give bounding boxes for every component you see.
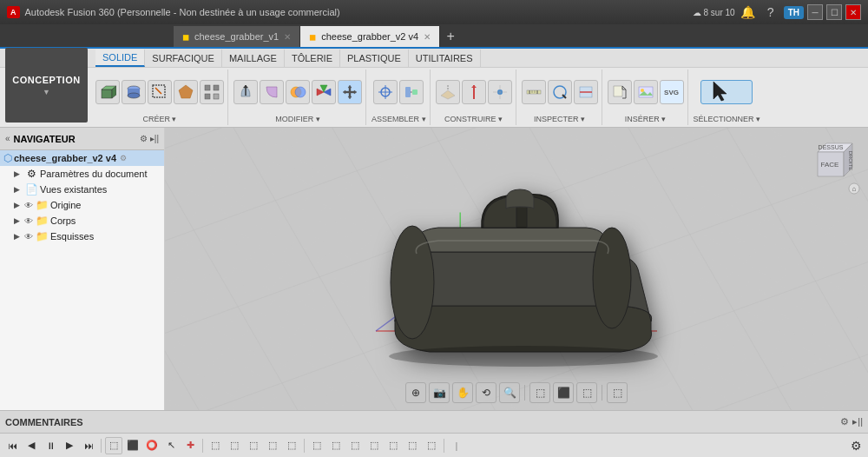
bottom-tool4-icon[interactable]: ⬚ bbox=[264, 437, 281, 454]
bottom-anim5-icon[interactable]: ⬚ bbox=[385, 437, 402, 454]
playback-end-icon[interactable]: ⏭ bbox=[80, 437, 97, 454]
bottom-anim3-icon[interactable]: ⬚ bbox=[346, 437, 364, 454]
viewport[interactable]: FACE DESSUS DROITE ⌂ ⊕ 📷 ✋ ⟲ 🔍 ⬚ ⬛ ⬚ bbox=[165, 128, 868, 410]
toolbar-tab-plastique[interactable]: PLASTIQUE bbox=[340, 50, 409, 67]
expand-arrow-params[interactable]: ▶ bbox=[14, 169, 23, 178]
bottom-settings-icon[interactable]: ⚙ bbox=[847, 437, 865, 454]
tab-close-2[interactable]: ✕ bbox=[424, 32, 431, 42]
create-box-icon[interactable] bbox=[95, 80, 120, 104]
tab-add-button[interactable]: + bbox=[440, 26, 461, 47]
assembler-joint-icon[interactable] bbox=[373, 80, 398, 104]
toolbar-tab-tolerie[interactable]: TÔLERIE bbox=[285, 50, 340, 67]
selectionner-label[interactable]: SÉLECTIONNER ▾ bbox=[694, 113, 761, 123]
playback-start-icon[interactable]: ⏮ bbox=[3, 437, 21, 454]
selectionner-cursor-icon[interactable] bbox=[700, 80, 753, 104]
create-pattern-icon[interactable] bbox=[200, 80, 224, 104]
close-button[interactable]: ✕ bbox=[845, 4, 861, 20]
nav-view3-icon[interactable]: ⬚ bbox=[576, 382, 597, 403]
nav-view2-icon[interactable]: ⬛ bbox=[553, 382, 574, 403]
modifier-scale-icon[interactable] bbox=[312, 80, 336, 104]
modifier-move-icon[interactable] bbox=[338, 80, 362, 104]
nav-zoom-icon[interactable]: 🔍 bbox=[499, 382, 520, 403]
minimize-button[interactable]: ─ bbox=[807, 4, 823, 20]
modifier-press-pull-icon[interactable] bbox=[233, 80, 258, 104]
3d-model[interactable] bbox=[165, 128, 868, 410]
conception-button[interactable]: CONCEPTION ▼ bbox=[5, 48, 88, 123]
inspecter-analysis-icon[interactable] bbox=[548, 80, 572, 104]
modifier-fillet-icon[interactable] bbox=[260, 80, 284, 104]
comments-collapse-icon[interactable]: ▸|| bbox=[852, 416, 863, 427]
inserer-image-icon[interactable] bbox=[634, 80, 658, 104]
tree-item-corps[interactable]: ▶ 👁 📁 Corps bbox=[0, 213, 164, 228]
create-cylinder-icon[interactable] bbox=[122, 80, 146, 104]
inserer-insert-icon[interactable] bbox=[608, 80, 632, 104]
modifier-label[interactable]: MODIFIER ▾ bbox=[275, 113, 320, 123]
bottom-circle-icon[interactable]: ⭕ bbox=[143, 437, 161, 454]
notifications-icon[interactable]: 🔔 bbox=[739, 3, 758, 22]
tree-item-vues[interactable]: ▶ 📄 Vues existantes bbox=[0, 182, 164, 197]
inserer-svg-icon[interactable]: SVG bbox=[660, 80, 684, 104]
assembler-label[interactable]: ASSEMBLER ▾ bbox=[372, 113, 426, 123]
inspecter-label[interactable]: INSPECTER ▾ bbox=[534, 113, 585, 123]
bottom-cross-icon[interactable]: ✚ bbox=[181, 437, 199, 454]
bottom-cursor-icon[interactable]: ↖ bbox=[162, 437, 180, 454]
tree-item-origine[interactable]: ▶ 👁 📁 Origine bbox=[0, 197, 164, 213]
inserer-label[interactable]: INSÉRER ▾ bbox=[625, 113, 667, 123]
bottom-tool3-icon[interactable]: ⬚ bbox=[245, 437, 262, 454]
create-sketch-icon[interactable] bbox=[148, 80, 172, 104]
comments-settings-icon[interactable]: ⚙ bbox=[840, 416, 849, 427]
expand-arrow-vues[interactable]: ▶ bbox=[14, 185, 23, 194]
nav-view1-icon[interactable]: ⬚ bbox=[529, 382, 550, 403]
construire-plane-icon[interactable] bbox=[436, 80, 460, 104]
sidebar-collapse-arrow[interactable]: « bbox=[5, 134, 10, 143]
inspecter-section-icon[interactable] bbox=[574, 80, 598, 104]
modifier-combine-icon[interactable] bbox=[286, 80, 310, 104]
bottom-tool1-icon[interactable]: ⬚ bbox=[207, 437, 224, 454]
playback-prev-icon[interactable]: ◀ bbox=[23, 437, 40, 454]
bottom-anim6-icon[interactable]: ⬚ bbox=[404, 437, 421, 454]
inspecter-measure-icon[interactable] bbox=[522, 80, 546, 104]
bottom-anim1-icon[interactable]: ⬚ bbox=[308, 437, 326, 454]
eye-esquisses[interactable]: 👁 bbox=[24, 232, 33, 242]
construire-axis-icon[interactable] bbox=[462, 80, 486, 104]
tree-root-item[interactable]: ⬡ cheese_grabber_v2 v4 ⚙ bbox=[0, 150, 164, 166]
expand-arrow-esquisses[interactable]: ▶ bbox=[14, 232, 23, 241]
nav-pan-icon[interactable]: ⊕ bbox=[405, 382, 426, 403]
bottom-anim2-icon[interactable]: ⬚ bbox=[327, 437, 345, 454]
create-form-icon[interactable] bbox=[174, 80, 198, 104]
bottom-select-icon[interactable]: ⬚ bbox=[105, 437, 122, 454]
expand-arrow-corps[interactable]: ▶ bbox=[14, 216, 23, 225]
nav-rotate-icon[interactable]: ⟲ bbox=[476, 382, 496, 403]
playback-play-icon[interactable]: ▶ bbox=[61, 437, 78, 454]
toolbar-tab-solide[interactable]: SOLIDE bbox=[95, 50, 145, 67]
playback-pause-icon[interactable]: ⏸ bbox=[42, 437, 59, 454]
sidebar-filter-btn[interactable]: ▸|| bbox=[150, 134, 159, 143]
bottom-tool5-icon[interactable]: ⬚ bbox=[283, 437, 300, 454]
creer-label[interactable]: CRÉER ▾ bbox=[142, 113, 176, 123]
tab-cheese-grabber-v2[interactable]: ◼ cheese_grabber_v2 v4 ✕ bbox=[300, 26, 440, 47]
assembler-align-icon[interactable] bbox=[399, 80, 424, 104]
nav-hand-icon[interactable]: ✋ bbox=[452, 382, 473, 403]
notification-count[interactable]: ☁ 8 sur 10 bbox=[693, 8, 735, 17]
tab-cheese-grabber-v1[interactable]: ◼ cheese_grabber_v1 ✕ bbox=[174, 26, 300, 47]
nav-display-icon[interactable]: ⬚ bbox=[607, 382, 628, 403]
construire-point-icon[interactable] bbox=[488, 80, 512, 104]
nav-orbit-icon[interactable]: 📷 bbox=[429, 382, 450, 403]
bottom-tool2-icon[interactable]: ⬚ bbox=[226, 437, 243, 454]
construire-label[interactable]: CONSTRUIRE ▾ bbox=[444, 113, 503, 123]
eye-corps[interactable]: 👁 bbox=[24, 216, 33, 226]
tree-item-esquisses[interactable]: ▶ 👁 📁 Esquisses bbox=[0, 228, 164, 244]
eye-origine[interactable]: 👁 bbox=[24, 201, 33, 210]
bottom-rect-icon[interactable]: ⬛ bbox=[124, 437, 141, 454]
restore-button[interactable]: ☐ bbox=[826, 4, 842, 20]
bottom-anim7-icon[interactable]: ⬚ bbox=[423, 437, 440, 454]
view-cube[interactable]: FACE DESSUS DROITE ⌂ bbox=[800, 135, 861, 195]
sidebar-expand-btn[interactable]: ⚙ bbox=[140, 134, 148, 143]
toolbar-tab-surfacique[interactable]: SURFACIQUE bbox=[145, 50, 222, 67]
user-avatar[interactable]: TH bbox=[784, 6, 804, 19]
toolbar-tab-utilitaires[interactable]: UTILITAIRES bbox=[409, 50, 481, 67]
toolbar-tab-maillage[interactable]: MAILLAGE bbox=[222, 50, 285, 67]
tab-close-1[interactable]: ✕ bbox=[284, 32, 291, 42]
bottom-anim4-icon[interactable]: ⬚ bbox=[365, 437, 383, 454]
bottom-marker-icon[interactable]: | bbox=[448, 437, 465, 454]
